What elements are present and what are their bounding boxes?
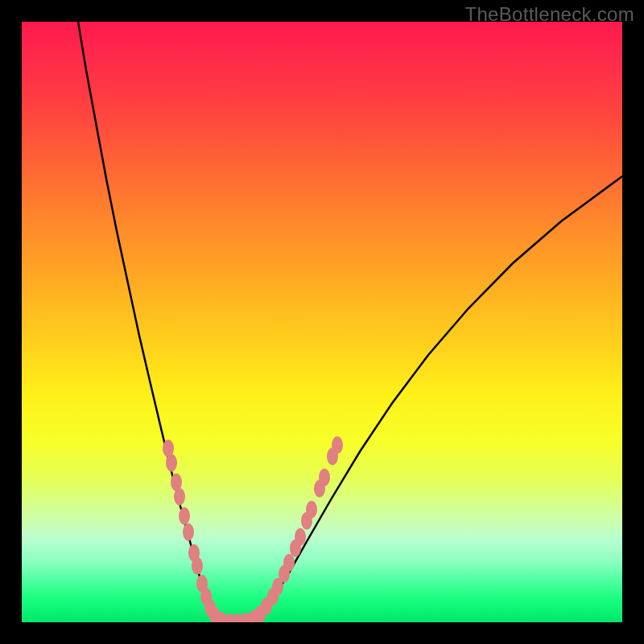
data-dot xyxy=(179,507,190,525)
plot-area xyxy=(22,22,622,622)
data-dot xyxy=(283,554,295,572)
curve-path xyxy=(78,22,622,622)
chart-frame: TheBottleneck.com xyxy=(0,0,644,644)
data-dot xyxy=(319,469,330,486)
data-dot xyxy=(306,501,317,518)
data-dot xyxy=(174,488,185,506)
watermark-text: TheBottleneck.com xyxy=(464,3,634,26)
bottleneck-curve xyxy=(22,22,622,622)
data-dot xyxy=(183,523,194,541)
data-dot xyxy=(192,557,203,575)
data-dot xyxy=(295,528,306,546)
data-dot xyxy=(166,454,177,472)
data-dot xyxy=(332,436,343,454)
